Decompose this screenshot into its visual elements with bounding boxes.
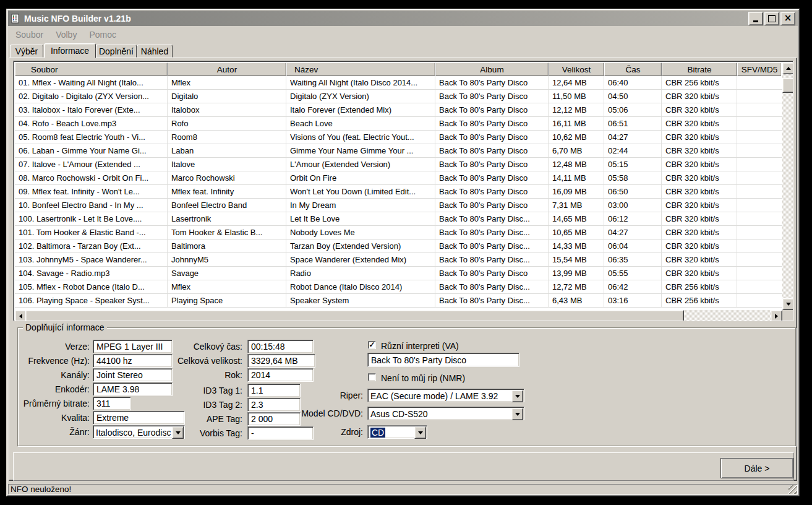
riper-dropdown-button[interactable] [511, 390, 523, 402]
zdroj-dropdown-button[interactable] [414, 426, 426, 439]
table-cell: 12,72 MB [549, 280, 604, 293]
tab-vyber[interactable]: Výběr [10, 45, 43, 58]
table-row[interactable]: 103. JohnnyM5 - Space Wanderer...JohnnyM… [15, 253, 793, 267]
kanaly-label: Kanály: [18, 370, 90, 380]
table-cell: 03. Italobox - Italo Forever (Exte... [15, 103, 168, 116]
nmr-checkbox-label: Není to můj rip (NMR) [381, 373, 465, 383]
table-cell: Speaker System [286, 294, 435, 307]
horizontal-scroll-thumb[interactable] [25, 310, 684, 321]
menu-soubor[interactable]: Soubor [11, 28, 48, 41]
table-cell: CBR 320 kbit/s [662, 199, 737, 212]
table-cell: Lasertronik [168, 212, 286, 225]
rok-field[interactable] [247, 368, 314, 382]
tab-nahled[interactable]: Náhled [137, 45, 173, 58]
riper-combo[interactable]: EAC (Secure mode) / LAME 3.92 [367, 389, 524, 402]
table-cell: 08. Marco Rochowski - Orbit On Fi... [15, 171, 168, 184]
table-row[interactable]: 105. Mflex - Robot Dance (Italo D...Mfle… [15, 280, 793, 294]
table-cell: 10. Bonfeel Electro Band - In My ... [15, 199, 168, 212]
window-title: Music NFO Builder v1.21b [24, 14, 131, 24]
table-cell: Marco Rochowski [168, 171, 286, 184]
celkova-velikost-field[interactable] [247, 354, 315, 368]
zdroj-combo[interactable]: CD [367, 425, 427, 439]
vertical-scroll-thumb[interactable] [782, 78, 793, 93]
table-row[interactable]: 102. Baltimora - Tarzan Boy (Ext...Balti… [15, 240, 793, 253]
titlebar[interactable]: Music NFO Builder v1.21b × [8, 11, 798, 26]
model-cd-dvd-combo[interactable]: Asus CD-S520 [367, 407, 524, 420]
table-cell: CBR 320 kbit/s [662, 226, 737, 239]
horizontal-scrollbar[interactable] [15, 310, 782, 321]
table-cell: 06:42 [604, 280, 662, 293]
table-cell: Italove [168, 158, 286, 171]
scroll-up-button[interactable] [782, 63, 793, 74]
table-row[interactable]: 101. Tom Hooker & Elastic Band -...Tom H… [15, 226, 793, 240]
table-cell: 03:00 [604, 199, 662, 212]
table-cell: Beach Love [286, 117, 435, 130]
table-cell: 11,50 MB [549, 90, 604, 103]
table-cell: CBR 320 kbit/s [662, 144, 737, 157]
column-header-4[interactable]: Album [435, 63, 549, 76]
table-cell: 04:50 [604, 90, 662, 103]
column-header-7[interactable]: Bitrate [662, 63, 737, 76]
tab-doplneni[interactable]: Doplnění [96, 45, 137, 58]
maximize-button[interactable] [764, 12, 779, 25]
menubar: Soubor Volby Pomoc [8, 27, 798, 42]
table-cell: Baltimora [168, 240, 286, 252]
tab-informace[interactable]: Informace [44, 43, 96, 58]
table-row[interactable]: 100. Lasertronik - Let It Be Love....Las… [15, 212, 793, 226]
vorbis-tag-label: Vorbis Tag: [166, 428, 242, 438]
table-cell: Let It Be Love [286, 212, 435, 225]
table-row[interactable]: 10. Bonfeel Electro Band - In My ...Bonf… [15, 199, 793, 212]
table-cell [737, 171, 781, 184]
table-row[interactable]: 02. Digitalo - Digitalo (ZYX Version...D… [15, 90, 793, 103]
frekvence-field[interactable] [93, 354, 173, 368]
table-row[interactable]: 07. Italove - L'Amour (Extended ...Italo… [15, 158, 793, 171]
table-cell: Rofo [168, 117, 286, 130]
celkovy-cas-field[interactable] [247, 340, 314, 353]
ape-tag-label: APE Tag: [166, 414, 242, 424]
table-row[interactable]: 09. Mflex feat. Infinity - Won't Le...Mf… [15, 185, 793, 199]
column-header-5[interactable]: Velikost [549, 63, 604, 76]
verze-field[interactable] [93, 340, 173, 353]
tabpage-informace: SouborAutorNázevAlbumVelikostČasBitrateS… [9, 58, 797, 481]
album-name-field[interactable] [367, 353, 519, 367]
table-row[interactable]: 04. Rofo - Beach Love.mp3RofoBeach LoveB… [15, 117, 793, 131]
scroll-right-button[interactable] [771, 310, 782, 321]
vertical-scrollbar[interactable] [782, 63, 793, 310]
va-checkbox[interactable] [368, 341, 376, 349]
table-cell: 07. Italove - L'Amour (Extended ... [15, 158, 168, 171]
table-row[interactable]: 08. Marco Rochowski - Orbit On Fi...Marc… [15, 171, 793, 185]
table-cell: CBR 320 kbit/s [662, 103, 737, 116]
table-row[interactable]: 106. Playing Space - Speaker Syst...Play… [15, 294, 793, 308]
menu-pomoc[interactable]: Pomoc [84, 28, 121, 41]
table-row[interactable]: 03. Italobox - Italo Forever (Exte...Ita… [15, 103, 793, 117]
table-cell: 05:58 [604, 171, 662, 184]
column-header-3[interactable]: Název [286, 63, 435, 76]
column-header-6[interactable]: Čas [604, 63, 662, 76]
table-cell [737, 280, 781, 293]
enkoder-field[interactable] [93, 382, 173, 396]
close-button[interactable]: × [780, 12, 795, 25]
next-button[interactable]: Dále > [720, 458, 793, 478]
resize-grip-icon[interactable] [788, 485, 797, 494]
prumerny-bitrate-field[interactable] [93, 397, 131, 410]
table-row[interactable]: 06. Laban - Gimme Your Name Gi...LabanGi… [15, 144, 793, 158]
nmr-checkbox[interactable] [368, 373, 376, 381]
scroll-down-button[interactable] [782, 298, 793, 310]
menu-volby[interactable]: Volby [51, 28, 82, 41]
table-cell: 06:04 [604, 240, 662, 252]
table-row[interactable]: 05. Room8 feat Electric Youth - Vi...Roo… [15, 131, 793, 144]
table-cell: 101. Tom Hooker & Elastic Band -... [15, 226, 168, 239]
column-header-1[interactable]: Soubor [15, 63, 168, 76]
column-header-8[interactable]: SFV/MD5 [737, 63, 781, 76]
table-row[interactable]: 104. Savage - Radio.mp3SavageRadioBack T… [15, 267, 793, 280]
table-cell: 104. Savage - Radio.mp3 [15, 267, 168, 280]
model-cd-dvd-dropdown-button[interactable] [511, 408, 523, 420]
minimize-button[interactable] [748, 12, 763, 25]
table-cell: Mflex [168, 280, 286, 293]
additional-info-group: Doplňující informace Verze: Frekvence (H… [17, 327, 796, 446]
table-cell: 16,11 MB [549, 117, 604, 130]
column-header-2[interactable]: Autor [168, 63, 286, 76]
va-checkbox-label: Různí interpreti (VA) [381, 341, 459, 351]
table-row[interactable]: 01. Mflex - Waiting All Night (Italo...M… [15, 76, 793, 90]
kanaly-field[interactable] [93, 368, 173, 382]
